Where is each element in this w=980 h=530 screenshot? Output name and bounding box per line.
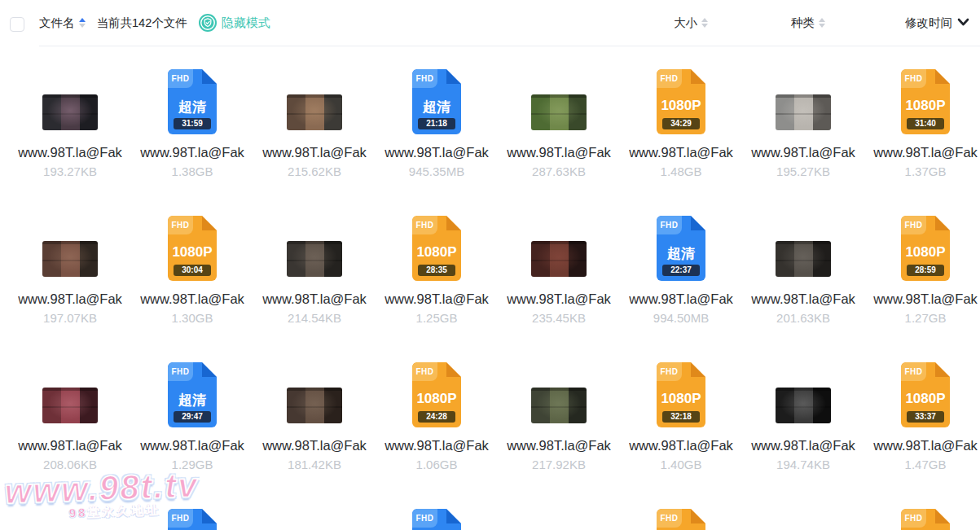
quality-label: 超清 (168, 391, 217, 410)
file-media: FHD (131, 509, 253, 530)
video-thumbnail (531, 241, 587, 277)
sort-by-size[interactable]: 大小 (674, 0, 708, 46)
file-item[interactable]: www.98T.la@Fak 181.42KB (253, 362, 376, 509)
hidden-mode-toggle[interactable]: 隐藏模式 (199, 14, 270, 32)
sort-by-kind[interactable]: 种类 (791, 0, 825, 46)
duration-badge: 34:29 (662, 118, 700, 129)
video-file-icon: FHD 超清 31:59 (168, 69, 217, 134)
file-item[interactable]: FHD (620, 509, 742, 530)
fhd-badge: FHD (168, 69, 193, 88)
file-media: FHD 超清 22:37 (620, 216, 742, 281)
file-item[interactable]: FHD 1080P 31:40 www.98T.la@Fak 1.37GB (864, 69, 980, 216)
fhd-badge: FHD (901, 69, 926, 88)
video-file-icon: FHD 1080P 24:28 (412, 362, 461, 427)
file-name: www.98T.la@Fak (751, 438, 855, 453)
file-item[interactable]: www.98T.la@Fak 208.06KB (9, 362, 131, 509)
file-size: 1.38GB (172, 164, 213, 178)
file-item[interactable]: www.98T.la@Fak 215.62KB (253, 69, 376, 216)
fhd-badge: FHD (412, 362, 437, 381)
file-name: www.98T.la@Fak (385, 291, 489, 307)
file-item[interactable] (742, 509, 864, 530)
file-item[interactable]: FHD 1080P 24:28 www.98T.la@Fak 1.06GB (376, 362, 498, 509)
video-file-icon: FHD 1080P 32:18 (657, 362, 705, 427)
file-item[interactable] (9, 509, 131, 530)
fhd-badge: FHD (168, 216, 193, 234)
file-item[interactable]: www.98T.la@Fak 197.07KB (9, 216, 131, 362)
file-media (742, 69, 864, 134)
modified-time-label: 修改时间 (905, 15, 952, 31)
video-thumbnail (287, 388, 342, 423)
file-item[interactable]: www.98T.la@Fak 201.63KB (742, 216, 864, 362)
file-item[interactable]: FHD 超清 31:59 www.98T.la@Fak 1.38GB (131, 69, 253, 216)
file-media (498, 362, 620, 427)
file-name: www.98T.la@Fak (507, 145, 611, 160)
modified-time-dropdown[interactable]: 修改时间 (905, 0, 969, 46)
file-item[interactable]: FHD 1080P 28:59 www.98T.la@Fak 1.27GB (864, 216, 980, 362)
video-thumbnail (531, 94, 587, 130)
file-name: www.98T.la@Fak (873, 438, 978, 453)
file-item[interactable]: www.98T.la@Fak 287.63KB (498, 69, 620, 216)
file-item[interactable]: FHD (376, 509, 498, 530)
file-item[interactable]: FHD 超清 22:37 www.98T.la@Fak 994.50MB (620, 216, 742, 362)
folded-corner-icon (202, 216, 217, 230)
file-size: 197.07KB (43, 311, 97, 325)
video-file-icon: FHD (168, 509, 217, 530)
file-name: www.98T.la@Fak (629, 291, 733, 307)
folded-corner-icon (202, 362, 217, 377)
file-item[interactable]: FHD 超清 21:18 www.98T.la@Fak 945.35MB (376, 69, 498, 216)
duration-badge: 31:59 (174, 118, 211, 129)
file-size: 287.63KB (532, 164, 586, 178)
file-count-text: 当前共142个文件 (97, 15, 187, 31)
folded-corner-icon (691, 362, 705, 377)
quality-label: 超清 (657, 244, 705, 263)
sort-arrows-kind-icon (819, 18, 825, 28)
file-media: FHD (864, 509, 980, 530)
file-item[interactable]: FHD 超清 29:47 www.98T.la@Fak 1.29GB (131, 362, 253, 509)
file-item[interactable]: FHD 1080P 33:37 www.98T.la@Fak 1.47GB (864, 362, 980, 509)
hidden-mode-label: 隐藏模式 (222, 15, 270, 31)
file-media (498, 509, 620, 530)
file-size: 1.47GB (905, 458, 947, 471)
file-item[interactable] (498, 509, 620, 530)
file-size: 1.48GB (661, 164, 702, 178)
sort-arrows-size-icon (701, 18, 708, 28)
video-file-icon: FHD 1080P 28:35 (412, 216, 461, 281)
file-item[interactable]: www.98T.la@Fak 194.74KB (742, 362, 864, 509)
file-name: www.98T.la@Fak (385, 438, 489, 453)
file-item[interactable]: www.98T.la@Fak 214.54KB (253, 216, 376, 362)
duration-badge: 24:28 (418, 411, 455, 423)
file-item[interactable]: FHD 1080P 34:29 www.98T.la@Fak 1.48GB (620, 69, 742, 216)
file-media: FHD (620, 509, 742, 530)
file-item[interactable]: FHD 1080P 32:18 www.98T.la@Fak 1.40GB (620, 362, 742, 509)
file-item[interactable]: FHD 1080P 28:35 www.98T.la@Fak 1.25GB (376, 216, 498, 362)
file-item[interactable]: www.98T.la@Fak 195.27KB (742, 69, 864, 216)
folded-corner-icon (935, 509, 950, 523)
quality-label: 1080P (901, 244, 950, 261)
file-name: www.98T.la@Fak (140, 145, 244, 160)
file-name: www.98T.la@Fak (873, 291, 978, 307)
file-item[interactable]: www.98T.la@Fak 235.45KB (498, 216, 620, 362)
file-name: www.98T.la@Fak (629, 145, 733, 160)
file-size: 181.42KB (288, 458, 341, 471)
file-item[interactable]: FHD (131, 509, 253, 530)
file-item[interactable]: FHD 1080P 30:04 www.98T.la@Fak 1.30GB (131, 216, 253, 362)
file-name: www.98T.la@Fak (507, 291, 611, 307)
shield-check-icon (199, 14, 217, 32)
file-item[interactable]: FHD (864, 509, 980, 530)
select-all-checkbox[interactable] (10, 17, 24, 32)
file-media (498, 216, 620, 281)
sort-by-filename[interactable]: 文件名 (39, 15, 86, 31)
file-size: 1.27GB (905, 311, 947, 325)
file-grid: www.98T.la@Fak 193.27KB FHD 超清 31:59 www… (0, 46, 980, 530)
folded-corner-icon (446, 362, 461, 377)
folded-corner-icon (935, 216, 950, 230)
file-item[interactable] (253, 509, 376, 530)
file-size: 193.27KB (43, 164, 97, 178)
file-media: FHD 超清 31:59 (131, 69, 253, 134)
fhd-badge: FHD (901, 362, 926, 381)
quality-label: 1080P (901, 391, 950, 407)
file-item[interactable]: www.98T.la@Fak 193.27KB (9, 69, 131, 216)
file-size: 217.92KB (532, 458, 586, 471)
file-item[interactable]: www.98T.la@Fak 217.92KB (498, 362, 620, 509)
file-name: www.98T.la@Fak (140, 291, 244, 307)
